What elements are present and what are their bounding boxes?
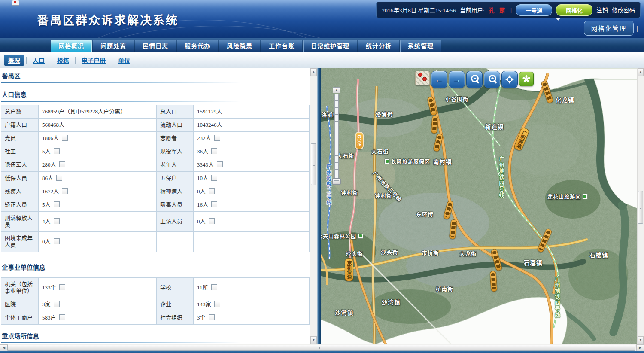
pan-left-icon[interactable]: ←: [431, 71, 447, 88]
checkbox[interactable]: [211, 175, 217, 181]
sub-tab[interactable]: 单位: [114, 55, 134, 66]
checkbox[interactable]: [54, 201, 60, 207]
sub-tab[interactable]: 楼栋: [53, 55, 73, 66]
field-label: 精神病人: [157, 185, 194, 198]
info-section: 企事业单位信息机关（包括事业单位）133个学校11所医院3家企业143家个体工商…: [0, 262, 310, 325]
pan-right-icon[interactable]: →: [449, 71, 465, 88]
scrollbar-thumb[interactable]: [311, 143, 316, 185]
zoom-slider-track[interactable]: [334, 94, 339, 180]
field-value: 3家: [39, 298, 157, 311]
field-label: 残疾人: [1, 185, 39, 198]
checkbox[interactable]: [209, 314, 215, 320]
field-value: 280人: [39, 158, 157, 172]
map-label: 桥南街: [436, 285, 453, 293]
checkbox[interactable]: [54, 218, 60, 224]
map-label-text: 新造镇: [485, 124, 504, 130]
scrollbar-thumb[interactable]: [638, 191, 643, 224]
table-row: 党员1806人志愿者232人: [1, 132, 310, 145]
table-row: 总户数768959户（其中529228人户分离）总人口1591129人: [1, 105, 310, 119]
map-label-text: 广州地铁四号线: [554, 276, 560, 318]
checkbox[interactable]: [211, 201, 217, 207]
checkbox[interactable]: [211, 148, 217, 154]
info-panel-scrollbar[interactable]: ▲ ▼: [310, 68, 317, 344]
page: 番禺区群众诉求解决系统 2016年3月8日 星期二15:14:56 当前用户: …: [0, 0, 644, 353]
checkbox[interactable]: [54, 148, 60, 154]
poi-icon: [358, 233, 363, 239]
checkbox[interactable]: [56, 175, 62, 181]
checkbox[interactable]: [214, 135, 220, 141]
map-label: 长隆旅游度假区: [384, 158, 430, 165]
app-icon: [12, 0, 19, 6]
main-tab[interactable]: 问题处置: [93, 40, 134, 52]
gridding-button[interactable]: 网格化: [556, 4, 592, 16]
datetime-text: 2016年3月8日 星期二15:14:56: [382, 6, 456, 14]
main-tab[interactable]: 系统管理: [400, 40, 441, 52]
sub-tab[interactable]: 电子户册: [78, 55, 109, 66]
field-value-text: 280人: [42, 161, 56, 168]
scroll-left-button[interactable]: ◀: [0, 344, 8, 351]
checkbox[interactable]: [214, 301, 220, 307]
checkbox[interactable]: [62, 135, 68, 141]
checkbox[interactable]: [209, 188, 215, 194]
section-underline: [1, 342, 251, 343]
field-label: 矫正人员: [1, 198, 39, 212]
map-pins-icon[interactable]: [415, 71, 430, 85]
main-tab[interactable]: 民情日志: [135, 40, 176, 52]
zoom-out-icon[interactable]: [466, 71, 483, 88]
map-label-text: 长隆旅游度假区: [391, 158, 430, 165]
zoom-slider-handle[interactable]: [332, 178, 341, 185]
panel-divider: [317, 68, 321, 344]
zoom-slider-top-button[interactable]: ▲: [333, 87, 340, 93]
checkbox[interactable]: [62, 188, 68, 194]
checkbox[interactable]: [209, 218, 215, 224]
checkbox[interactable]: [54, 238, 60, 244]
field-value: 1672人: [39, 185, 157, 198]
checkbox[interactable]: [59, 161, 65, 167]
main-tab[interactable]: 服务代办: [177, 40, 218, 52]
checkbox[interactable]: [59, 314, 65, 320]
map-label: 广州地铁二号线: [325, 164, 332, 206]
map-label: 石碁镇: [524, 258, 543, 267]
scroll-down-button[interactable]: ▼: [310, 336, 317, 344]
main-tab[interactable]: 统计分析: [358, 40, 399, 52]
sub-tab[interactable]: 概况: [4, 55, 24, 66]
main-tab[interactable]: 日常维护管理: [303, 40, 357, 52]
checkbox[interactable]: [59, 284, 65, 290]
horizontal-scrollbar[interactable]: ◀ ▶: [0, 344, 644, 351]
field-value: 133个: [39, 278, 157, 298]
zoom-in-icon[interactable]: [484, 71, 500, 88]
map-label-text: 大石街: [371, 149, 389, 155]
content: 番禺区 人口信息总户数768959户（其中529228人户分离）总人口15911…: [0, 68, 644, 344]
scrollbar-thumb[interactable]: [7, 345, 635, 351]
field-value: 3个: [194, 311, 310, 325]
main-tab[interactable]: 风险隐患: [219, 40, 260, 52]
grid-management-button[interactable]: 网格化管理: [584, 21, 634, 36]
main-tab[interactable]: 网格概况: [51, 40, 92, 52]
map-label: 广州地铁四号线: [553, 276, 561, 318]
scroll-down-button[interactable]: ▼: [638, 336, 644, 344]
pan-move-icon[interactable]: [501, 71, 518, 88]
map-label: 石楼镇: [589, 250, 608, 259]
change-password-link[interactable]: 修改密码: [612, 6, 635, 14]
yihaotong-button[interactable]: 一号通: [516, 4, 552, 16]
checkbox[interactable]: [211, 284, 217, 290]
app-title: 番禺区群众诉求解决系统: [37, 11, 179, 28]
field-label: 刑满释放人员: [1, 212, 39, 232]
scroll-up-button[interactable]: ▲: [310, 68, 317, 76]
field-label: 吸毒人员: [157, 198, 194, 212]
map-label: 沙湾镇: [382, 298, 401, 306]
scroll-up-button[interactable]: ▲: [638, 68, 644, 76]
subtab-separator: [112, 57, 112, 64]
checkbox[interactable]: [217, 161, 223, 167]
logout-link[interactable]: 注销: [596, 6, 608, 14]
checkbox[interactable]: [54, 301, 60, 307]
sub-tab[interactable]: 人口: [29, 55, 49, 66]
map-panel[interactable]: G105东新快速广明高速 洛浦街洛浦街小谷围街化龙镇新造镇大石街大石街长隆旅游度…: [321, 68, 637, 344]
map-label: 广州地铁四号线: [498, 156, 505, 198]
field-value-text: 768959户（其中529228人户分离）: [42, 108, 126, 115]
scroll-right-button[interactable]: ▶: [636, 344, 644, 351]
map-logo-icon[interactable]: [519, 72, 534, 86]
main-tab[interactable]: 工作台账: [261, 40, 302, 52]
page-scrollbar[interactable]: ▲ ▼: [637, 68, 644, 344]
topbar: 2016年3月8日 星期二15:14:56 当前用户: 孔 露 | 一号通 网格…: [376, 2, 641, 18]
